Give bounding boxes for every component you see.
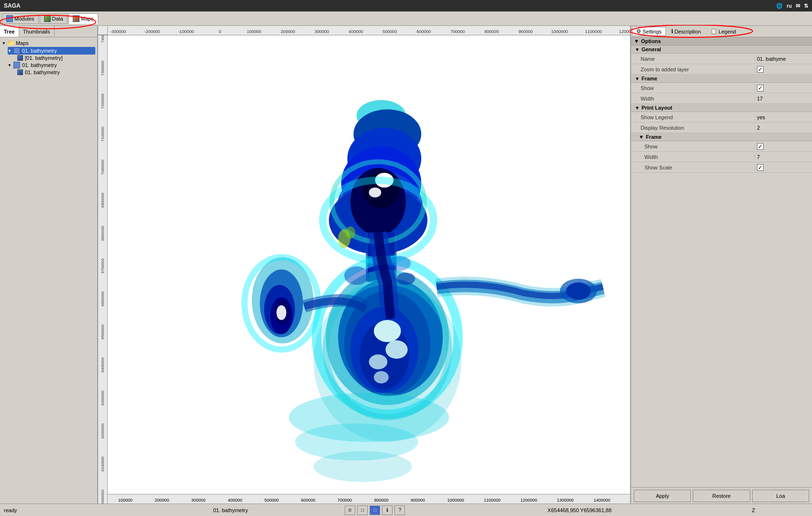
frame2-show-checkbox[interactable]: ✓ (757, 143, 764, 150)
left-panel-tabs: Tree Thumbnails (0, 26, 97, 37)
ruler-top-label-9: 500000 (383, 29, 397, 34)
bottom-ruler-label-7: 700000 (338, 498, 352, 503)
maps-icon (73, 15, 79, 22)
frame-show-checkbox[interactable]: ✓ (757, 85, 764, 91)
bottom-ruler-label-6: 600000 (301, 498, 316, 503)
map-area[interactable]: -300000 -200000 -100000 0 100000 200000 … (98, 26, 630, 504)
label-show-scale: Show Scale (631, 165, 755, 170)
tree-label-bathymetry-2: 01. bathymetry (22, 62, 57, 68)
options-collapse-icon: ▼ (634, 38, 639, 44)
value-show-scale[interactable]: ✓ (755, 164, 812, 171)
tree-item-bathymetry-sub1[interactable]: [01. bathymetry] (13, 55, 63, 61)
bottom-ruler-label-1: 100000 (118, 498, 133, 503)
tool-button-1[interactable]: ⛭ (345, 505, 355, 515)
status-bar: ready 01. bathymetry ⛭ □ □ ℹ ? X654468,9… (0, 504, 812, 516)
svg-point-42 (344, 267, 369, 285)
svg-point-36 (566, 282, 590, 300)
map-canvas[interactable]: 100000 200000 300000 400000 500000 60000… (108, 35, 630, 504)
bottom-ruler-label-3: 300000 (192, 498, 206, 503)
frame1-collapse-icon: ▼ (635, 76, 640, 81)
value-frame-show[interactable]: ✓ (755, 85, 812, 91)
tab-modules-label: Modules (14, 16, 34, 22)
description-icon: ℹ (671, 28, 673, 34)
map-container[interactable]: 7400000 7300000 7200000 7100000 7000000 … (98, 35, 630, 504)
left-mark-15: 6000000 (101, 496, 105, 504)
main-layout: Tree Thumbnails ▼ 📁 Maps ▼ 01. bathymetr… (0, 26, 812, 504)
left-mark-4: 7100000 (101, 134, 105, 142)
tree-item-bathymetry-2[interactable]: ▼ 01. bathymetry (8, 61, 95, 69)
tab-legend-label: Legend (719, 29, 736, 34)
row-display-resolution: Display Resolution 2 (631, 123, 812, 133)
options-header-label: Options (641, 38, 661, 44)
show-scale-checkbox[interactable]: ✓ (757, 164, 764, 171)
tab-maps[interactable]: Maps (68, 13, 98, 24)
tree-item-bathymetry-1[interactable]: ▼ 01. bathymetry (8, 47, 95, 55)
tab-data[interactable]: Data (40, 13, 68, 24)
general-collapse-icon: ▼ (635, 47, 640, 52)
left-mark-12: 6300000 (101, 397, 105, 405)
ruler-top-label-8: 400000 (349, 29, 363, 34)
tool-button-2[interactable]: □ (357, 505, 368, 515)
folder-icon: 📁 (8, 40, 15, 46)
top-ruler: -300000 -200000 -100000 0 100000 200000 … (98, 26, 630, 35)
globe-icon: 🌐 (776, 3, 783, 9)
legend-icon: 📋 (710, 28, 717, 34)
options-header: ▼ Options (631, 37, 812, 45)
ruler-top-label-1: -300000 (110, 29, 126, 34)
modules-icon (6, 15, 13, 22)
restore-button[interactable]: Restore (693, 490, 750, 502)
left-mark-1: 7400000 (101, 35, 105, 43)
ruler-top-label-15: 1100000 (585, 29, 602, 34)
tab-settings[interactable]: ⚙ Settings (632, 27, 666, 36)
thumbnails-tab-label: Thumbnails (23, 29, 50, 34)
tab-data-label: Data (52, 16, 63, 22)
tab-settings-label: Settings (643, 29, 662, 34)
ruler-top-label-12: 800000 (485, 29, 499, 34)
tab-legend[interactable]: 📋 Legend (706, 27, 741, 36)
bottom-ruler-label-13: 1300000 (557, 498, 574, 503)
section-general[interactable]: ▼ General (631, 45, 812, 54)
section-frame-2[interactable]: ▼ Frame (631, 133, 812, 141)
svg-point-33 (276, 305, 286, 320)
tree-item-bathymetry-sub2[interactable]: 01. bathymetry (13, 69, 60, 76)
apply-button[interactable]: Apply (634, 490, 691, 502)
row-frame2-width: Width 7 (631, 152, 812, 162)
map-visualization (108, 35, 630, 504)
value-zoom[interactable]: ✓ (755, 66, 812, 73)
status-ready: ready (4, 507, 116, 513)
left-mark-5: 7000000 (101, 167, 105, 175)
ruler-top-label-4: 0 (219, 29, 221, 34)
label-name: Name (631, 56, 755, 62)
ruler-top-label-11: 700000 (451, 29, 465, 34)
row-name: Name 01. bathyme (631, 54, 812, 64)
left-ruler-marks: 7400000 7300000 7200000 7100000 7000000 … (98, 35, 107, 504)
tree-content: ▼ 📁 Maps ▼ 01. bathymetry [01. bathymetr… (0, 37, 97, 504)
section-frame-1[interactable]: ▼ Frame (631, 75, 812, 83)
tree-label-maps: Maps (16, 40, 29, 46)
bottom-ruler-label-9: 900000 (411, 498, 425, 503)
load-button[interactable]: Loa (752, 490, 809, 502)
zoom-checkbox[interactable]: ✓ (757, 66, 764, 73)
tab-modules[interactable]: Modules (2, 13, 39, 24)
left-panel: Tree Thumbnails ▼ 📁 Maps ▼ 01. bathymetr… (0, 26, 98, 504)
tab-description[interactable]: ℹ Description (667, 27, 705, 36)
tool-button-3[interactable]: □ (370, 505, 380, 515)
network-icon: ⇅ (804, 3, 808, 9)
tool-button-4[interactable]: ℹ (382, 505, 393, 515)
envelope-icon: ✉ (796, 3, 800, 9)
section-print-layout[interactable]: ▼ Print Layout (631, 104, 812, 112)
tool-button-5[interactable]: ? (395, 505, 405, 515)
top-toolbar: Modules Data Maps (0, 11, 812, 26)
row-frame2-show: Show ✓ (631, 141, 812, 152)
data-icon (44, 15, 51, 22)
ruler-top-label-16: 1200000 (619, 29, 630, 34)
tab-thumbnails[interactable]: Thumbnails (19, 26, 55, 37)
settings-icon: ⚙ (636, 28, 641, 34)
row-zoom: Zoom to added layer ✓ (631, 64, 812, 75)
expand-arrow-1: ▼ (8, 49, 11, 53)
tree-item-maps-root[interactable]: ▼ 📁 Maps (2, 39, 95, 47)
tab-tree[interactable]: Tree (0, 26, 19, 37)
label-frame-width: Width (631, 96, 755, 101)
value-frame2-show[interactable]: ✓ (755, 143, 812, 150)
section-frame2-label: Frame (646, 134, 662, 140)
